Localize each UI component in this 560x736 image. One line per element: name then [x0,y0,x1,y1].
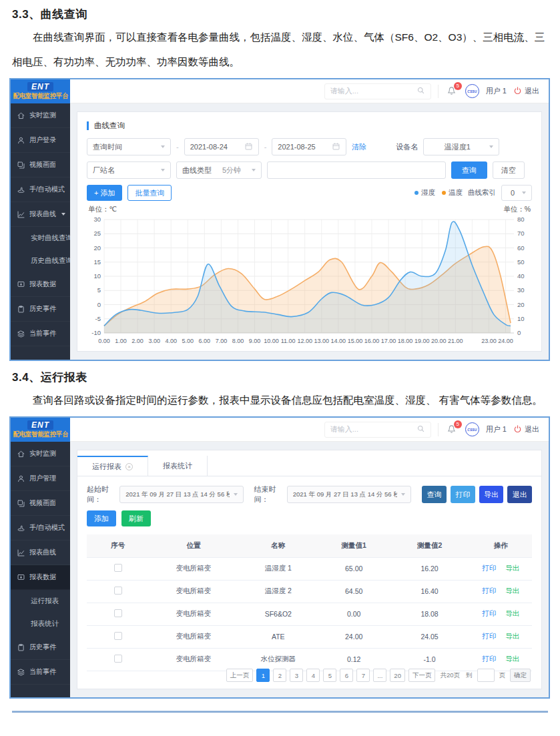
page-number[interactable]: 6 [340,669,353,682]
end-time-select[interactable]: 2021 年 09 月 27 日 13 点 14 分 56 秒 [287,486,411,503]
page-number[interactable]: 4 [306,669,320,682]
query-time-select[interactable]: 查询时间 [87,138,171,155]
curve-index-select[interactable]: 0 [501,185,532,201]
sidebar-item[interactable]: 用户登录 [11,128,70,153]
sidebar-item[interactable]: 报表曲线 [11,540,70,565]
legend-item[interactable]: 湿度 [414,188,435,198]
y-axis-right-tick: 60 [517,244,525,252]
row-export-link[interactable]: 导出 [505,655,519,664]
export-button[interactable]: 导出 [479,486,504,503]
sidebar-item[interactable]: 报表数据 [11,272,70,297]
add-button[interactable]: 添加 [87,510,116,526]
x-axis-tick: 12.00 [297,338,312,344]
page-number[interactable]: 20 [390,669,405,682]
pagination-prev[interactable]: 上一页 [226,669,254,682]
row-print-link[interactable]: 打印 [482,609,496,619]
date-to-input[interactable]: 2021-08-25 [272,138,346,155]
exit-button[interactable]: 退出 [507,486,532,503]
sidebar-item[interactable]: 当前事件 [11,322,70,346]
tab-report-statistics[interactable]: 报表统计 [148,456,208,476]
row-checkbox[interactable] [114,564,122,572]
row-print-link[interactable]: 打印 [482,655,496,664]
cell-value1: 0.12 [318,648,390,671]
date-from-input[interactable]: 2021-08-24 [184,138,259,155]
page-number[interactable]: 3 [290,669,303,682]
sidebar-item[interactable]: 用户管理 [11,466,70,491]
notification-bell-icon[interactable]: 5 [445,423,459,436]
sidebar-item[interactable]: 实时监测 [11,103,70,128]
page-number[interactable]: 5 [323,669,336,682]
sidebar-item-label: 实时监测 [29,449,56,458]
row-export-link[interactable]: 导出 [505,564,519,573]
row-print-link[interactable]: 打印 [482,632,496,641]
sidebar-item[interactable]: 手/自动模式 [11,177,70,202]
cell-name: 水位探测器 [238,648,318,671]
notification-bell-icon[interactable]: 5 [445,85,459,98]
row-export-link[interactable]: 导出 [505,632,519,641]
sidebar-item[interactable]: 报表数据 [11,565,70,590]
sidebar-subitem[interactable]: 报表统计 [11,613,70,635]
page-number[interactable]: 2 [273,669,286,682]
sidebar-item[interactable]: 报表曲线 [11,202,70,227]
refresh-button[interactable]: 刷新 [121,510,151,526]
sidebar-subitem[interactable]: 历史曲线查询 [11,250,70,272]
y-axis-right-tick: 30 [517,286,525,294]
clear-dates-link[interactable]: 清除 [352,142,366,152]
print-button[interactable]: 打印 [451,486,475,503]
logout-button[interactable]: 退出 [513,86,539,96]
sidebar-item[interactable]: 实时监测 [11,442,70,466]
curve-type-select[interactable]: 曲线类型 5分钟 [176,161,262,179]
layers-icon [17,668,25,677]
page-number[interactable]: ... [373,669,386,682]
sidebar-item-label: 当前事件 [29,667,56,677]
sidebar-item[interactable]: 历史事件 [11,297,70,322]
username: 用户 1 [486,424,507,434]
row-checkbox[interactable] [114,587,122,595]
search-icon[interactable] [416,86,425,96]
start-time-label: 起始时间： [87,484,115,504]
device-select[interactable]: 温湿度1 [423,138,499,155]
row-checkbox[interactable] [114,609,122,617]
row-checkbox[interactable] [114,632,122,640]
search-input[interactable]: 请输入... [324,83,431,99]
chart-icon [17,548,25,557]
query-button[interactable]: 查询 [451,161,487,179]
start-time-select[interactable]: 2021 年 09 月 27 日 13 点 14 分 56 秒 [119,486,244,503]
sidebar-item[interactable]: 历史事件 [11,635,70,660]
row-checkbox[interactable] [114,655,122,663]
page-number[interactable]: 1 [256,669,270,682]
row-export-link[interactable]: 导出 [505,609,519,619]
add-button[interactable]: + 添加 [87,185,122,201]
search-icon[interactable] [416,424,425,434]
chevron-down-icon [489,145,493,148]
station-select[interactable]: 厂站名 [87,161,171,179]
logout-button[interactable]: 退出 [513,424,539,434]
search-input[interactable]: 请输入... [324,422,431,438]
sidebar-item[interactable]: 视频画面 [11,491,70,516]
curve-search-input[interactable] [267,161,446,179]
row-print-link[interactable]: 打印 [482,587,496,596]
x-axis-tick: 14.00 [331,338,346,344]
page-number[interactable]: 7 [356,669,370,682]
sidebar-item[interactable]: 当前事件 [11,660,70,685]
x-axis-tick: 0.00 [98,338,110,344]
row-export-link[interactable]: 导出 [505,587,519,596]
query-button[interactable]: 查询 [422,486,447,503]
row-print-link[interactable]: 打印 [482,564,496,573]
cell-location: 变电所箱变 [149,603,238,625]
avatar[interactable]: CSSU [465,84,479,98]
batch-query-button[interactable]: 批量查询 [127,185,172,201]
pagination-next[interactable]: 下一页 [408,669,436,682]
empty-button[interactable]: 清空 [493,161,525,179]
sidebar-item[interactable]: 手/自动模式 [11,516,70,540]
sidebar-subitem[interactable]: 运行报表 [11,590,70,613]
pagination-confirm-button[interactable]: 确定 [510,669,531,682]
sidebar-subitem[interactable]: 实时曲线查询 [11,227,70,250]
avatar[interactable]: CSSU [465,422,479,436]
x-axis-tick: 21.00 [448,338,463,344]
sidebar-item[interactable]: 视频画面 [11,153,70,177]
close-icon[interactable] [125,463,133,470]
tab-operation-report[interactable]: 运行报表 [77,456,148,476]
pagination-goto-input[interactable] [477,669,495,682]
legend-item[interactable]: 温度 [442,188,463,198]
